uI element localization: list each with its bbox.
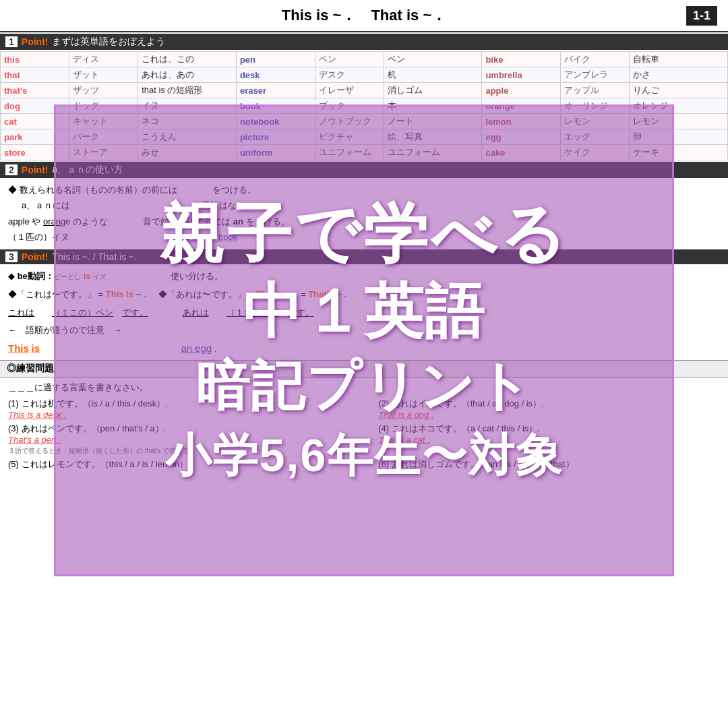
vocab-row: that ザット あれは、あの desk デスク 机 umbrella アンブレ… bbox=[1, 67, 728, 83]
page-wrapper: This is ~． That is ~． 1-1 1 Point! まずは英単… bbox=[0, 0, 728, 728]
overlay: 親子で学べる 中１英語 暗記プリント 小学5,6年生〜対象 bbox=[54, 104, 674, 576]
section1-header: 1 Point! まずは英単語をおぼえよう bbox=[0, 34, 728, 50]
practice-a3: That's a pen . bbox=[8, 435, 61, 445]
overlay-line4: 小学5,6年生〜対象 bbox=[165, 428, 564, 483]
section1-heading: まずは英単語をおぼえよう bbox=[52, 36, 165, 48]
lesson-number: 1-1 bbox=[686, 6, 717, 26]
section2-point: Point! bbox=[22, 164, 49, 175]
vocab-row: this ディス これは、この pen ペン ペン bike バイク 自転車 bbox=[1, 52, 728, 67]
section3-point: Point! bbox=[22, 251, 49, 262]
section1-point: Point! bbox=[22, 36, 49, 47]
vocab-row: that's ザッツ that is の短縮形 eraser イレーザ 消しゴム… bbox=[1, 83, 728, 98]
page-title: This is ~． That is ~． bbox=[282, 5, 447, 26]
section1-number: 1 bbox=[5, 36, 18, 47]
overlay-line1: 親子で学べる bbox=[160, 198, 568, 270]
overlay-line2: 中１英語 bbox=[243, 276, 485, 347]
section2-number: 2 bbox=[5, 164, 18, 175]
overlay-line3: 暗記プリント bbox=[195, 354, 533, 419]
title-bar: This is ~． That is ~． 1-1 bbox=[0, 0, 728, 32]
section3-number: 3 bbox=[5, 251, 18, 262]
practice-title: ◎練習問題 bbox=[7, 363, 54, 373]
